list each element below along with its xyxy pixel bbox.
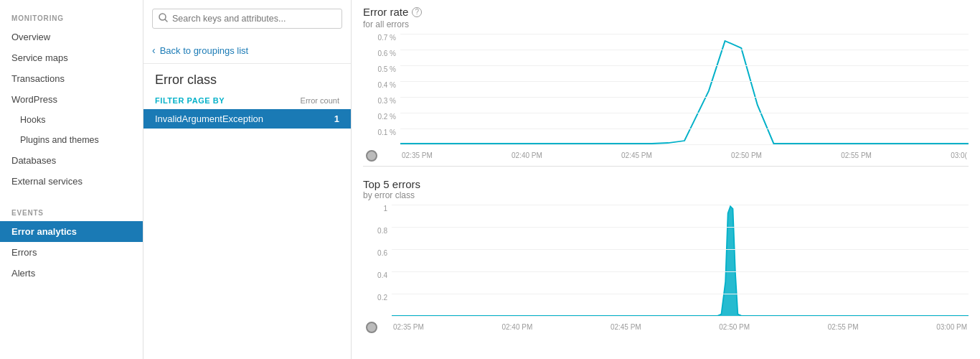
sidebar-item-label: Hooks [20,115,45,125]
back-label: Back to groupings list [160,45,249,56]
error-class-title: Error class [143,73,351,96]
y2-label-02: 0.2 [377,294,387,302]
x-label-5: 02:55 PM [841,151,872,159]
y-label-5: 0.5 % [377,65,396,73]
svg-line-1 [165,19,167,22]
x-label-2: 02:40 PM [512,151,542,159]
top5-chart-toggle[interactable] [366,322,377,333]
error-rate-section: Error rate ? for all errors 0.7 % 0.6 % … [363,6,969,167]
chevron-left-icon: ‹ [152,45,156,56]
sidebar-item-label: Databases [11,155,56,166]
sidebar-item-errors[interactable]: Errors [0,242,143,263]
error-rate-x-axis: 02:35 PM 02:40 PM 02:45 PM 02:50 PM 02:5… [400,144,969,166]
sidebar-item-plugins-themes[interactable]: Plugins and themes [0,130,143,150]
x2-label-2: 02:40 PM [501,323,532,331]
x-label-6: 03:0( [951,151,967,159]
top5-title: Top 5 errors [363,178,969,190]
events-section-label: EVENTS [0,200,143,221]
filter-row-invalidargumentexception[interactable]: InvalidArgumentException 1 [143,109,351,129]
back-to-groupings-link[interactable]: ‹ Back to groupings list [143,37,351,64]
sidebar-item-label: Transactions [11,73,65,84]
y2-label-1: 1 [383,205,387,213]
filter-page-by-label: FILTER PAGE BY [155,96,225,105]
middle-panel: ‹ Back to groupings list Error class FIL… [143,0,352,359]
sidebar-item-service-maps[interactable]: Service maps [0,47,143,68]
sidebar-item-label: Overview [11,32,50,42]
top5-x-axis: 02:35 PM 02:40 PM 02:45 PM 02:50 PM 02:5… [392,316,969,337]
x2-label-4: 02:50 PM [719,323,750,331]
y-label-2: 0.2 % [377,113,396,121]
sidebar-item-alerts[interactable]: Alerts [0,263,143,284]
filter-header: FILTER PAGE BY Error count [143,96,351,109]
sidebar-item-label: Error analytics [11,226,77,237]
sidebar-item-external-services[interactable]: External services [0,171,143,192]
error-rate-title: Error rate [363,6,408,18]
top5-y-axis: 1 0.8 0.6 0.4 0.2 [363,205,392,316]
sidebar-item-error-analytics[interactable]: Error analytics [0,221,143,242]
search-input[interactable] [172,14,336,24]
error-rate-chart: 0.7 % 0.6 % 0.5 % 0.4 % 0.3 % 0.2 % 0.1 … [363,34,969,167]
x-label-4: 02:50 PM [731,151,762,159]
sidebar-item-label: Plugins and themes [20,135,99,145]
error-rate-subtitle: for all errors [363,19,969,29]
chart-toggle[interactable] [366,150,377,162]
sidebar-item-label: Alerts [11,268,35,279]
top5-grid [392,205,969,316]
sidebar: MONITORING Overview Service maps Transac… [0,0,143,359]
filter-item-name: InvalidArgumentException [155,113,263,124]
top5-subtitle: by error class [363,190,969,200]
y-label-4: 0.4 % [377,81,396,89]
error-rate-y-axis: 0.7 % 0.6 % 0.5 % 0.4 % 0.3 % 0.2 % 0.1 … [363,34,400,144]
x-label-3: 02:45 PM [621,151,652,159]
x2-label-1: 02:35 PM [393,323,424,331]
sidebar-item-label: External services [11,176,83,187]
x-label-1: 02:35 PM [402,151,433,159]
sidebar-item-label: Service maps [11,52,68,63]
filter-item-count: 1 [334,113,339,124]
search-bar[interactable] [152,9,342,29]
y-label-7: 0.7 % [377,34,396,42]
top5-chart: 1 0.8 0.6 0.4 0.2 [363,205,969,337]
sidebar-item-hooks[interactable]: Hooks [0,110,143,130]
chart-grid [400,34,969,144]
top5-errors-section: Top 5 errors by error class 1 0.8 0.6 0.… [363,178,969,337]
main-area: Error rate ? for all errors 0.7 % 0.6 % … [352,0,980,359]
x2-label-6: 03:00 PM [936,323,967,331]
error-rate-chart-area [400,34,969,144]
y2-label-06: 0.6 [377,249,387,257]
y2-label-04: 0.4 [377,271,387,279]
y-label-1: 0.1 % [377,129,396,136]
sidebar-item-label: WordPress [11,94,57,105]
sidebar-item-transactions[interactable]: Transactions [0,68,143,89]
y-label-3: 0.3 % [377,97,396,105]
y2-label-08: 0.8 [377,227,387,235]
sidebar-item-label: Errors [11,247,37,258]
help-icon[interactable]: ? [412,7,422,17]
x2-label-5: 02:55 PM [828,323,859,331]
sidebar-item-wordpress[interactable]: WordPress [0,89,143,110]
error-count-column-label: Error count [301,96,339,105]
y-label-6: 0.6 % [377,50,396,57]
search-icon [159,13,168,24]
sidebar-item-overview[interactable]: Overview [0,27,143,47]
monitoring-section-label: MONITORING [0,6,143,27]
top5-chart-area [392,205,969,316]
sidebar-item-databases[interactable]: Databases [0,150,143,171]
x2-label-3: 02:45 PM [611,323,641,331]
